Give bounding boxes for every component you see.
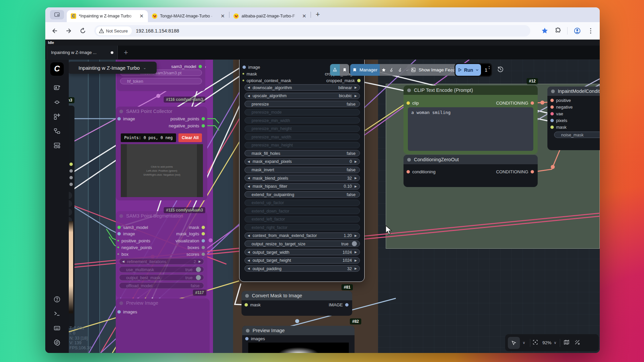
new-workflow-button[interactable]: + [124, 48, 128, 57]
manager-label: Manager [360, 67, 377, 72]
mouse-cursor [385, 225, 394, 237]
forward-button[interactable] [65, 27, 73, 35]
workflow-name-dropdown[interactable]: Inpainting w Z-Image Turbo⌄ [69, 62, 157, 74]
canvas-toolbar-group-2: Manager [350, 64, 412, 76]
extensions-icon[interactable] [554, 27, 562, 35]
divider [530, 339, 530, 347]
stats-line: T: 0.00s [69, 326, 92, 331]
queue-count-value: 1 [485, 67, 487, 73]
tab-close-icon[interactable]: ✕ [139, 13, 145, 19]
show-image-feed-label: Show Image Feed [419, 67, 455, 72]
bookmark-star-icon[interactable] [541, 27, 548, 35]
huggingface-favicon [152, 13, 157, 19]
pointer-tool-button[interactable] [508, 337, 520, 349]
sidebar-shortcuts-icon[interactable] [45, 321, 69, 335]
toggle-links-button[interactable] [574, 339, 580, 347]
stats-line: FPS:106.38 [69, 346, 92, 351]
divider [560, 339, 560, 347]
chevron-down-icon: ⌄ [143, 66, 146, 70]
url-text[interactable]: 192.168.1.154:8188 [136, 28, 179, 34]
sidebar-help-icon[interactable] [45, 292, 69, 306]
workflow-tab-bar: Inpainting w Z-Image ... + [45, 46, 600, 60]
zoom-level-label[interactable]: 92% [542, 340, 551, 345]
element [450, 69, 451, 70]
sidebar-terminal-icon[interactable] [45, 306, 69, 321]
not-secure-chip[interactable]: Not Secure [96, 26, 132, 35]
graph-view-button[interactable] [330, 64, 340, 76]
bookmark-button[interactable] [340, 64, 349, 76]
unsaved-dot [111, 51, 113, 54]
tab-search-button[interactable] [50, 10, 64, 19]
element [452, 67, 453, 68]
back-button[interactable] [51, 27, 59, 35]
comfyui-app: Idle Inpainting w Z-Image ... + C [45, 40, 600, 353]
browser-window: C *Inpainting w Z-Image Turbo ✕ Tongyi-M… [45, 7, 600, 353]
sidebar-settings-icon[interactable] [45, 335, 69, 350]
fit-view-button[interactable] [532, 339, 538, 347]
new-tab-button[interactable]: + [316, 10, 320, 19]
node-canvas[interactable]: m3sam3_modelmodels/sam3/sam3.pthf_token#… [69, 60, 600, 353]
whistle-button-2[interactable] [396, 64, 404, 76]
chevron-down-icon[interactable]: ∨ [554, 341, 556, 345]
stats-line: I: 0 [69, 331, 92, 336]
run-button[interactable]: Run [455, 64, 481, 76]
sidebar-model-library-icon[interactable] [45, 109, 69, 124]
tab-search-icon [54, 12, 60, 17]
warning-icon [99, 28, 104, 33]
reload-button[interactable] [79, 27, 87, 35]
comfy-menubar: Idle [45, 40, 600, 46]
run-button-group: Run1▲▼ [454, 63, 492, 77]
browser-toolbar: Not Secure 192.168.1.154:8188 [45, 22, 600, 40]
star-button[interactable] [380, 64, 388, 76]
browser-tab-strip: C *Inpainting w Z-Image Turbo ✕ Tongyi-M… [45, 7, 600, 22]
comfyui-favicon: C [71, 13, 76, 19]
drag-handle-icon[interactable] [450, 67, 454, 73]
whistle-button-1[interactable] [388, 64, 396, 76]
count-spinner[interactable]: ▲▼ [488, 65, 490, 70]
element [450, 71, 451, 72]
profile-icon[interactable] [574, 27, 581, 35]
huggingface-favicon [233, 13, 239, 19]
canvas-stats: T: 0.00sI: 0N: 33 [18]V: 139FPS:106.38 [69, 326, 92, 351]
address-bar[interactable]: Not Secure 192.168.1.154:8188 [94, 25, 530, 37]
workflow-tab[interactable]: Inpainting w Z-Image ... [47, 46, 118, 59]
minimap-button[interactable] [564, 339, 570, 347]
menu-kebab-icon[interactable] [587, 27, 594, 35]
run-label: Run [464, 67, 473, 73]
element [452, 71, 453, 72]
tab-close-icon[interactable]: ✕ [220, 13, 226, 19]
stats-line: V: 139 [69, 341, 92, 346]
element [450, 67, 451, 68]
comfy-sidebar: C [45, 60, 69, 353]
status-idle: Idle [48, 41, 54, 45]
browser-tab-2[interactable]: Tongyi-MAI/Z-Image-Turbo · ✕ [148, 10, 229, 22]
element [452, 69, 453, 70]
canvas-toolbar-group-1 [330, 64, 349, 76]
manager-button[interactable]: Manager [350, 64, 380, 76]
sidebar-node-library-icon[interactable] [45, 95, 69, 109]
tab-close-icon[interactable]: ✕ [301, 13, 307, 19]
sidebar-templates-icon[interactable] [45, 138, 69, 153]
browser-tab-active[interactable]: C *Inpainting w Z-Image Turbo ✕ [67, 10, 148, 22]
canvas-bottom-toolbar: ∨92%∨ [505, 334, 599, 351]
queue-count[interactable]: 1▲▼ [481, 64, 491, 76]
browser-tab-3[interactable]: alibaba-pai/Z-Image-Turbo-F ✕ [229, 10, 311, 22]
chevron-down-icon[interactable]: ∨ [523, 341, 525, 345]
sidebar-queue-icon[interactable] [45, 80, 69, 95]
workflow-name-label: Inpainting w Z-Image Turbo [78, 65, 140, 71]
sidebar-workflows-icon[interactable] [45, 124, 69, 138]
stats-line: N: 33 [18] [69, 336, 92, 341]
history-button[interactable] [497, 66, 504, 74]
comfyui-logo[interactable]: C [50, 62, 64, 76]
